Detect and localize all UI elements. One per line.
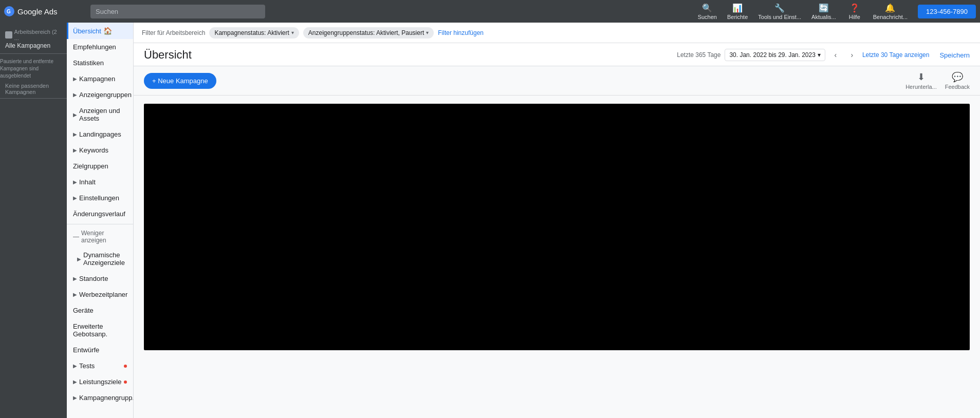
filter-chip-anzeigengruppenstatus[interactable]: Anzeigengruppenstatus: Aktiviert, Pausie… bbox=[303, 27, 434, 39]
home-icon: 🏠 bbox=[103, 27, 112, 35]
date-range-value: 30. Jan. 2022 bis 29. Jan. 2023 bbox=[729, 51, 815, 59]
sidebar-item-empfehlungen[interactable]: Empfehlungen bbox=[67, 39, 133, 55]
download-button[interactable]: ⬇ Herunterla... bbox=[905, 71, 937, 90]
sidebar-item-landingpages[interactable]: ▶ Landingpages bbox=[67, 126, 133, 142]
nav-divider bbox=[67, 224, 133, 224]
refresh-label: Aktualis... bbox=[811, 14, 836, 20]
last-30-link[interactable]: Letzte 30 Tage anzeigen bbox=[862, 51, 930, 59]
add-filter-btn[interactable]: Filter hinzufügen bbox=[438, 29, 484, 36]
workspace-label: Arbeitsbereich (2 ... bbox=[14, 29, 62, 41]
weniger-label: Weniger anzeigen bbox=[81, 230, 127, 244]
app-logo: G Google Ads bbox=[4, 6, 86, 16]
anzeigengruppen-label: Anzeigengruppen bbox=[79, 91, 132, 99]
feedback-label: Feedback bbox=[945, 84, 970, 90]
tools-label: Tools und Einst... bbox=[758, 14, 801, 20]
statistiken-label: Statistiken bbox=[73, 59, 104, 67]
zielgruppen-label: Zielgruppen bbox=[73, 162, 108, 170]
workspace-icon bbox=[5, 31, 12, 39]
inhalt-label: Inhalt bbox=[79, 178, 96, 186]
main-content: Filter für Arbeitsbereich Kampagnenstatu… bbox=[134, 23, 980, 418]
sidebar-item-zielgruppen[interactable]: Zielgruppen bbox=[67, 158, 133, 174]
sidebar-item-tests[interactable]: ▶ Tests bbox=[67, 358, 133, 374]
sidebar-item-kampagnengruppe[interactable]: ▶ Kampagnengrupp... bbox=[67, 390, 133, 406]
bell-icon: 🔔 bbox=[885, 3, 895, 13]
search-input[interactable] bbox=[90, 5, 265, 18]
new-campaign-button[interactable]: + Neue Kampagne bbox=[144, 73, 216, 89]
sidebar-item-statistiken[interactable]: Statistiken bbox=[67, 55, 133, 71]
expand-icon: ▶ bbox=[77, 256, 81, 262]
search-label: Suchen bbox=[698, 14, 717, 20]
sidebar-item-anzeigengruppen[interactable]: ▶ Anzeigengruppen bbox=[67, 87, 133, 103]
erweiterte-label: Erweiterte Gebotsanp. bbox=[73, 322, 127, 338]
toolbar: + Neue Kampagne ⬇ Herunterla... 💬 Feedba… bbox=[134, 66, 980, 96]
einstellungen-label: Einstellungen bbox=[79, 194, 119, 202]
app-title: Google Ads bbox=[17, 7, 58, 16]
tools-action-btn[interactable]: 🔧 Tools und Einst... bbox=[754, 1, 805, 22]
expand-icon: ▶ bbox=[73, 112, 77, 118]
no-campaigns: Keine passenden Kampagnen bbox=[0, 80, 67, 99]
toolbar-right: ⬇ Herunterla... 💬 Feedback bbox=[905, 71, 970, 90]
download-label: Herunterla... bbox=[905, 84, 937, 90]
feedback-button[interactable]: 💬 Feedback bbox=[945, 71, 970, 90]
sidebar-item-einstellungen[interactable]: ▶ Einstellungen bbox=[67, 190, 133, 206]
page-title: Übersicht bbox=[144, 48, 677, 62]
left-sidebar: Arbeitsbereich (2 ... Alle Kampagnen Pau… bbox=[0, 23, 67, 418]
expand-icon: ▶ bbox=[73, 195, 77, 201]
kampagnengruppe-label: Kampagnengrupp... bbox=[79, 394, 134, 402]
expand-icon: ▶ bbox=[73, 395, 77, 401]
chevron-down-icon: ▾ bbox=[426, 30, 429, 35]
sidebar-item-werbezeitplaner[interactable]: ▶ Werbezeitplaner bbox=[67, 287, 133, 302]
sidebar-item-inhalt[interactable]: ▶ Inhalt bbox=[67, 174, 133, 190]
tools-icon: 🔧 bbox=[774, 3, 785, 13]
sidebar-item-erweiterte[interactable]: Erweiterte Gebotsanp. bbox=[67, 318, 133, 342]
google-g-icon: G bbox=[4, 6, 14, 16]
landingpages-label: Landingpages bbox=[79, 130, 121, 138]
date-range-section: Letzte 365 Tage 30. Jan. 2022 bis 29. Ja… bbox=[677, 49, 929, 61]
download-icon: ⬇ bbox=[917, 71, 925, 83]
kampagnen-label: Kampagnen bbox=[79, 75, 115, 83]
minus-icon: — bbox=[73, 233, 79, 240]
help-label: Hilfe bbox=[849, 14, 860, 20]
sidebar-item-anzeigen-assets[interactable]: ▶ Anzeigen und Assets bbox=[67, 103, 133, 126]
date-prev-btn[interactable]: ‹ bbox=[829, 49, 842, 61]
expand-icon: ▶ bbox=[73, 76, 77, 82]
save-button[interactable]: Speichern bbox=[929, 51, 970, 59]
sidebar-item-kampagnen[interactable]: ▶ Kampagnen bbox=[67, 71, 133, 87]
expand-icon: ▶ bbox=[73, 276, 77, 281]
top-navigation: G Google Ads 🔍 Suchen 📊 Berichte 🔧 Tools… bbox=[0, 0, 980, 23]
reports-label: Berichte bbox=[727, 14, 748, 20]
sidebar-workspace[interactable]: Arbeitsbereich (2 ... bbox=[5, 29, 62, 41]
sidebar-item-gerate[interactable]: Geräte bbox=[67, 302, 133, 318]
all-campaigns-label[interactable]: Alle Kampagnen bbox=[5, 42, 62, 49]
expand-icon: ▶ bbox=[73, 179, 77, 185]
refresh-action-btn[interactable]: 🔄 Aktualis... bbox=[807, 1, 840, 22]
account-button[interactable]: 123-456-7890 bbox=[918, 5, 976, 18]
sidebar-item-leistungsziele[interactable]: ▶ Leistungsziele bbox=[67, 374, 133, 390]
entwurfe-label: Entwürfe bbox=[73, 346, 99, 354]
weniger-anzeigen-btn[interactable]: — Weniger anzeigen bbox=[67, 226, 133, 247]
search-action-btn[interactable]: 🔍 Suchen bbox=[694, 1, 721, 22]
reports-icon: 📊 bbox=[732, 3, 743, 13]
search-icon: 🔍 bbox=[702, 3, 712, 13]
date-range-picker[interactable]: 30. Jan. 2022 bis 29. Jan. 2023 ▾ bbox=[725, 49, 825, 61]
expand-icon: ▶ bbox=[73, 92, 77, 98]
status-dot bbox=[124, 365, 127, 368]
help-action-btn[interactable]: ❓ Hilfe bbox=[842, 1, 867, 22]
sidebar-item-standorte[interactable]: ▶ Standorte bbox=[67, 271, 133, 287]
date-next-btn[interactable]: › bbox=[846, 49, 858, 61]
sidebar-item-dynamische[interactable]: ▶ Dynamische Anzeigenziele bbox=[67, 247, 133, 271]
search-bar[interactable] bbox=[90, 5, 265, 18]
expand-icon: ▶ bbox=[73, 147, 77, 153]
anderungsverlauf-label: Änderungsverlauf bbox=[73, 210, 125, 218]
filter-label: Filter für Arbeitsbereich bbox=[142, 29, 205, 36]
reports-action-btn[interactable]: 📊 Berichte bbox=[723, 1, 752, 22]
sidebar-item-anderungsverlauf[interactable]: Änderungsverlauf bbox=[67, 206, 133, 222]
notifications-action-btn[interactable]: 🔔 Benachricht... bbox=[869, 1, 912, 22]
sidebar-item-ubersicht[interactable]: Übersicht 🏠 bbox=[67, 23, 133, 39]
keywords-label: Keywords bbox=[79, 146, 108, 154]
dynamische-label: Dynamische Anzeigenziele bbox=[83, 251, 127, 267]
sidebar-item-keywords[interactable]: ▶ Keywords bbox=[67, 142, 133, 158]
filter-chip-kampagnenstatus[interactable]: Kampagnenstatus: Aktiviert ▾ bbox=[209, 27, 299, 39]
sidebar-item-entwurfe[interactable]: Entwürfe bbox=[67, 342, 133, 358]
status-dot bbox=[124, 381, 127, 384]
